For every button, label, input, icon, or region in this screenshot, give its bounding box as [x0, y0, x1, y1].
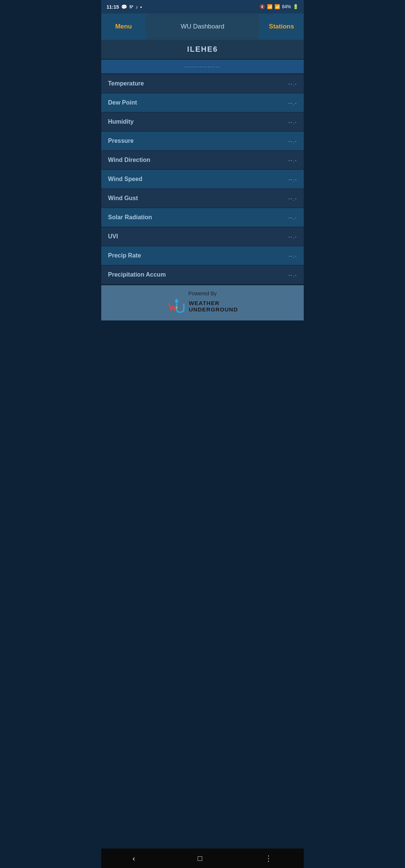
data-row: Humidity--.- — [101, 112, 304, 132]
data-row: Pressure--.- — [101, 132, 304, 151]
data-row-label: Wind Speed — [108, 176, 142, 183]
mute-icon: 🔇 — [260, 4, 265, 9]
stations-button[interactable]: Stations — [259, 13, 304, 40]
data-row: Wind Direction--.- — [101, 151, 304, 170]
home-button[interactable]: □ — [190, 850, 210, 867]
data-row: UVI--.- — [101, 227, 304, 246]
battery-icon: 🔋 — [293, 4, 298, 9]
signal-icon: 📶 — [274, 4, 280, 9]
data-row-value: --.- — [288, 176, 297, 183]
wu-brand-line2: UNDERGROUND — [189, 306, 238, 313]
data-row-label: Wind Gust — [108, 195, 138, 202]
wu-brand-text: WEATHER UNDERGROUND — [189, 300, 238, 313]
data-row-label: Wind Direction — [108, 157, 150, 163]
data-row: Wind Speed--.- — [101, 170, 304, 189]
data-icon: 5ˢ — [129, 4, 133, 9]
menu-button[interactable]: Menu — [101, 13, 146, 40]
data-row: Wind Gust--.- — [101, 189, 304, 208]
data-row-value: --.- — [288, 272, 297, 278]
app-header: Menu WU Dashboard Stations — [101, 13, 304, 40]
header-title: WU Dashboard — [146, 13, 259, 40]
wu-brand-line1: WEATHER — [189, 300, 238, 306]
wifi-icon: 📶 — [267, 4, 273, 9]
powered-by-text: Powered By — [105, 290, 300, 296]
battery-level: 84% — [282, 4, 291, 9]
data-row-value: --.- — [288, 195, 297, 202]
svg-point-2 — [176, 307, 177, 309]
wu-logo: WEATHER UNDERGROUND — [105, 299, 300, 314]
tiktok-icon: ♪ — [135, 4, 138, 10]
wu-svg-icon — [167, 299, 186, 314]
data-row-label: Temperature — [108, 80, 144, 87]
station-id: ILEHE6 — [106, 45, 298, 54]
nav-bar: ‹ □ ⋮ — [101, 849, 304, 868]
data-row-value: --.- — [288, 100, 297, 106]
loading-bar: -------------- — [101, 60, 304, 74]
data-row-value: --.- — [288, 253, 297, 259]
data-row-label: Solar Radiation — [108, 214, 152, 221]
station-id-card: ILEHE6 — [101, 40, 304, 60]
data-row-label: Precip Rate — [108, 252, 141, 259]
data-row-label: Precipitation Accum — [108, 271, 166, 278]
data-row-value: --.- — [288, 138, 297, 144]
data-row-label: UVI — [108, 233, 118, 240]
data-row-label: Humidity — [108, 118, 134, 125]
data-row: Precip Rate--.- — [101, 246, 304, 265]
data-row-value: --.- — [288, 214, 297, 221]
status-time: 11:15 — [106, 4, 119, 10]
data-row-value: --.- — [288, 81, 297, 87]
data-row: Temperature--.- — [101, 74, 304, 93]
main-content: ILEHE6 -------------- Temperature--.-Dew… — [101, 40, 304, 849]
data-row-value: --.- — [288, 119, 297, 125]
back-button[interactable]: ‹ — [125, 850, 143, 867]
status-bar-right: 🔇 📶 📶 84% 🔋 — [260, 4, 298, 9]
dot-indicator: • — [140, 4, 142, 10]
data-row-label: Dew Point — [108, 99, 137, 106]
data-row-value: --.- — [288, 157, 297, 163]
status-bar: 11:15 💬 5ˢ ♪ • 🔇 📶 📶 84% 🔋 — [101, 0, 304, 13]
status-bar-left: 11:15 💬 5ˢ ♪ • — [106, 4, 142, 10]
data-row: Dew Point--.- — [101, 93, 304, 112]
data-row-label: Pressure — [108, 138, 134, 144]
whatsapp-icon: 💬 — [121, 4, 127, 10]
powered-by-footer: Powered By WEATHER UNDERGROUND — [101, 285, 304, 320]
data-row-value: --.- — [288, 233, 297, 240]
data-row: Solar Radiation--.- — [101, 208, 304, 227]
recent-apps-button[interactable]: ⋮ — [257, 850, 280, 867]
data-row: Precipitation Accum--.- — [101, 265, 304, 284]
data-rows-container: Temperature--.-Dew Point--.-Humidity--.-… — [101, 74, 304, 284]
